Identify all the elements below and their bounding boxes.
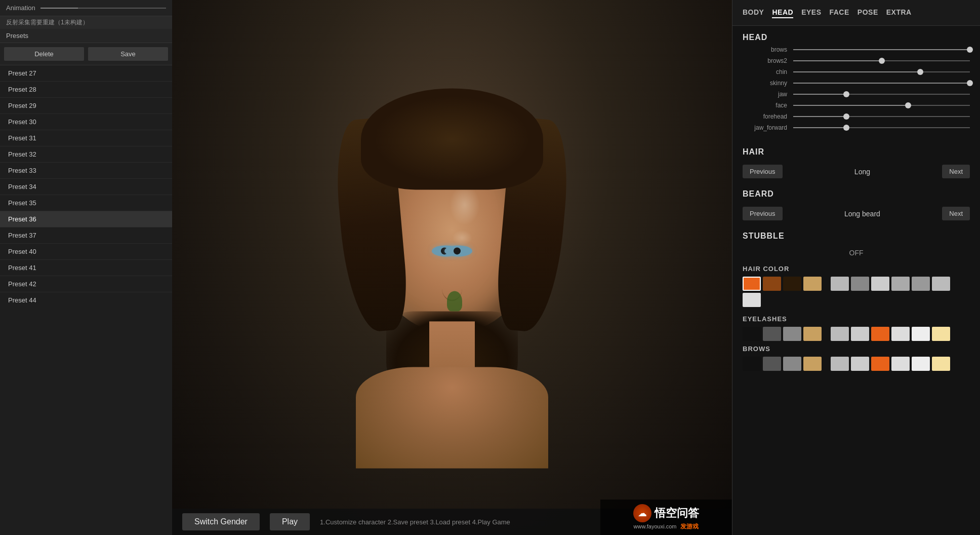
slider-row-face: face xyxy=(743,102,970,109)
tab-face[interactable]: FACE xyxy=(829,7,849,18)
preset-list: Preset 27 Preset 28 Preset 29 Preset 30 … xyxy=(0,65,172,535)
eyelashes-swatch-6[interactable] xyxy=(871,327,889,341)
beard-next-button[interactable]: Next xyxy=(942,207,970,220)
warning-bar: 反射采集需要重建（1未构建） xyxy=(0,16,172,29)
hair-color-swatch-4[interactable] xyxy=(831,277,849,291)
eyelashes-swatch-2[interactable] xyxy=(783,327,801,341)
list-item[interactable]: Preset 41 xyxy=(0,260,172,276)
list-item[interactable]: Preset 34 xyxy=(0,179,172,195)
hair-top xyxy=(361,88,543,189)
eyelashes-swatch-5[interactable] xyxy=(851,327,869,341)
hair-color-swatch-7[interactable] xyxy=(891,277,910,291)
tab-extra[interactable]: EXTRA xyxy=(886,7,912,18)
hair-color-swatch-3[interactable] xyxy=(803,277,822,291)
eyelashes-swatch-3[interactable] xyxy=(803,327,822,341)
slider-label-forehead: forehead xyxy=(743,113,793,120)
slider-track-jaw[interactable] xyxy=(793,94,970,95)
slider-thumb-forehead[interactable] xyxy=(843,113,849,120)
hair-previous-button[interactable]: Previous xyxy=(743,165,783,178)
beard-previous-button[interactable]: Previous xyxy=(743,207,783,220)
slider-thumb-jaw-forward[interactable] xyxy=(843,125,849,131)
slider-fill-jaw xyxy=(793,94,846,95)
tab-head[interactable]: HEAD xyxy=(772,7,793,18)
list-item[interactable]: Preset 42 xyxy=(0,276,172,292)
list-item[interactable]: Preset 35 xyxy=(0,195,172,211)
list-item[interactable]: Preset 30 xyxy=(0,114,172,130)
main-container: Animation 反射采集需要重建（1未构建） Presets Delete … xyxy=(0,0,980,535)
watermark-sub-text: www.fayouxi.com xyxy=(634,523,677,529)
list-item[interactable]: Preset 29 xyxy=(0,98,172,114)
slider-track-skinny[interactable] xyxy=(793,83,970,84)
eyelashes-swatch-9[interactable] xyxy=(932,327,950,341)
list-item[interactable]: Preset 28 xyxy=(0,82,172,98)
slider-fill-forehead xyxy=(793,116,846,117)
slider-thumb-brows2[interactable] xyxy=(879,58,885,64)
slider-thumb-face[interactable] xyxy=(905,102,911,108)
stubble-value: OFF xyxy=(732,245,980,261)
brows-swatch-9[interactable] xyxy=(932,357,950,371)
list-item[interactable]: Preset 32 xyxy=(0,146,172,163)
slider-track-forehead[interactable] xyxy=(793,116,970,117)
brows-swatch-4[interactable] xyxy=(831,357,849,371)
delete-button[interactable]: Delete xyxy=(4,47,84,61)
hair-next-button[interactable]: Next xyxy=(942,165,970,178)
slider-fill-brows xyxy=(793,49,970,50)
slider-track-brows[interactable] xyxy=(793,49,970,50)
tab-eyes[interactable]: EYES xyxy=(801,7,821,18)
slider-thumb-skinny[interactable] xyxy=(967,80,973,86)
brows-swatch-0[interactable] xyxy=(743,357,761,371)
animation-bar: Animation xyxy=(0,0,172,16)
list-item[interactable]: Preset 31 xyxy=(0,130,172,146)
brows-section: BROWS xyxy=(732,345,980,379)
brows-swatch-5[interactable] xyxy=(851,357,869,371)
hair-current-value: Long xyxy=(787,168,938,176)
list-item[interactable]: Preset 37 xyxy=(0,227,172,244)
brows-swatch-8[interactable] xyxy=(912,357,930,371)
eyelashes-swatches xyxy=(743,327,970,341)
brows-swatch-1[interactable] xyxy=(763,357,781,371)
play-button[interactable]: Play xyxy=(270,513,310,530)
brows-swatches xyxy=(743,357,970,371)
eyelashes-swatch-1[interactable] xyxy=(763,327,781,341)
hair-color-swatch-5[interactable] xyxy=(851,277,869,291)
brows-swatch-3[interactable] xyxy=(803,357,822,371)
slider-thumb-jaw[interactable] xyxy=(843,91,849,97)
slider-track-face[interactable] xyxy=(793,105,970,106)
hair-color-swatch-2[interactable] xyxy=(783,277,801,291)
slider-track-chin[interactable] xyxy=(793,71,970,72)
brows-swatch-6[interactable] xyxy=(871,357,889,371)
hair-color-swatch-1[interactable] xyxy=(763,277,781,291)
save-button[interactable]: Save xyxy=(88,47,168,61)
hair-color-swatch-0[interactable] xyxy=(743,277,761,291)
animation-progress-bar[interactable] xyxy=(40,8,166,9)
tab-pose[interactable]: POSE xyxy=(858,7,878,18)
brows-swatch-7[interactable] xyxy=(891,357,910,371)
list-item[interactable]: Preset 40 xyxy=(0,244,172,260)
hair-color-swatch-8[interactable] xyxy=(912,277,930,291)
list-item[interactable]: Preset 44 xyxy=(0,292,172,308)
eye-right xyxy=(444,245,472,256)
slider-thumb-brows[interactable] xyxy=(967,47,973,53)
hair-color-swatch-9[interactable] xyxy=(932,277,950,291)
hair-color-swatch-6[interactable] xyxy=(871,277,889,291)
brows-swatch-2[interactable] xyxy=(783,357,801,371)
slider-row-jaw-forward: jaw_forward xyxy=(743,124,970,131)
eyelashes-swatch-0[interactable] xyxy=(743,327,761,341)
list-item[interactable]: Preset 27 xyxy=(0,65,172,82)
list-item[interactable]: Preset 33 xyxy=(0,163,172,179)
nav-tabs: BODY HEAD EYES FACE POSE EXTRA xyxy=(732,0,980,26)
eyelashes-swatch-7[interactable] xyxy=(891,327,910,341)
watermark-main-text: 悟空问答 xyxy=(655,506,699,521)
slider-track-brows2[interactable] xyxy=(793,60,970,61)
eyelashes-swatch-4[interactable] xyxy=(831,327,849,341)
slider-row-chin: chin xyxy=(743,68,970,75)
hair-color-swatch-10[interactable] xyxy=(743,293,761,307)
tab-body[interactable]: BODY xyxy=(743,7,764,18)
slider-track-jaw-forward[interactable] xyxy=(793,127,970,128)
eyelashes-swatch-8[interactable] xyxy=(912,327,930,341)
hair-selector: Previous Long Next xyxy=(732,161,980,182)
slider-thumb-chin[interactable] xyxy=(917,69,923,75)
list-item[interactable]: Preset 36 xyxy=(0,211,172,227)
slider-label-chin: chin xyxy=(743,68,793,75)
switch-gender-button[interactable]: Switch Gender xyxy=(182,513,260,530)
